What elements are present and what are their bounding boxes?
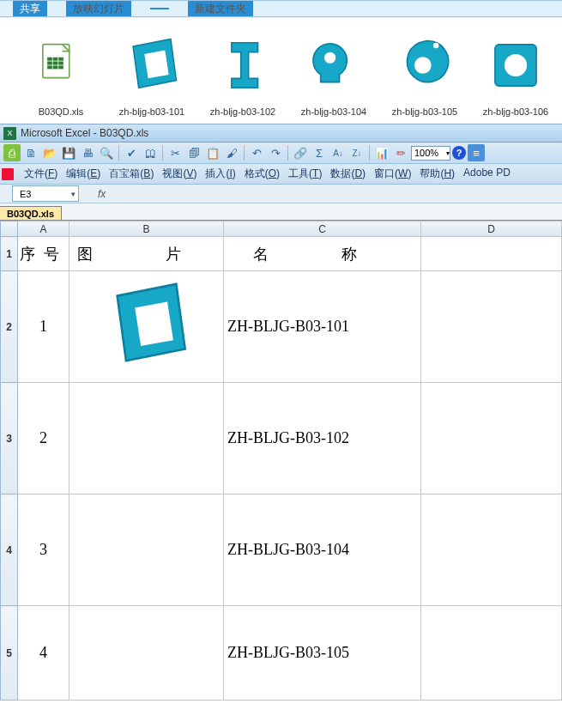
explorer-ribbon: 共享 放映幻灯片 新建文件夹 [0, 0, 562, 17]
toolbar-draw-icon[interactable]: ✏ [392, 144, 409, 161]
toolbar-sum-icon[interactable]: Σ [311, 144, 328, 161]
cell-D[interactable] [421, 494, 562, 606]
zoom-combo[interactable]: 100%▾ [411, 146, 450, 161]
start-icon[interactable] [2, 168, 14, 180]
xls-icon [15, 27, 106, 104]
share-tab[interactable]: 共享 [13, 1, 47, 17]
sheet-tab-strip: B03QD.xls [0, 203, 562, 221]
menu-item[interactable]: 工具(T) [288, 167, 322, 181]
toolbar-open-icon[interactable]: ⎙ [3, 144, 21, 161]
row-head-2[interactable]: 2 [1, 271, 18, 383]
col-head-D[interactable]: D [421, 221, 562, 237]
toolbar-paste-icon[interactable]: 📋 [204, 144, 221, 161]
toolbar-save-icon[interactable]: 💾 [60, 144, 77, 161]
col-head-B[interactable]: B [69, 221, 224, 237]
file-caption: B03QD.xls [15, 106, 106, 117]
file-caption: zh-bljg-b03-105 [379, 106, 470, 117]
part-uchan-icon [197, 27, 288, 104]
help-icon[interactable]: ? [452, 146, 466, 160]
menu-item[interactable]: 格式(O) [245, 167, 280, 181]
newfolder-button[interactable]: 新建文件夹 [188, 1, 253, 17]
cell-name[interactable]: ZH-BLJG-B03-105 [224, 606, 421, 701]
part-hook-icon [288, 27, 379, 104]
row-head-5[interactable]: 5 [1, 606, 18, 701]
excel-toolbar: ⎙ 🗎 📂 💾 🖶 🔍 ✔ 🕮 ✂ 🗐 📋 🖌 ↶ ↷ 🔗 Σ A↓ Z↓ 📊 … [0, 143, 562, 164]
cell-D[interactable] [421, 606, 562, 701]
menu-item[interactable]: 百宝箱(B) [109, 167, 154, 181]
toolbar-spell-icon[interactable]: ✔ [123, 144, 140, 161]
cell-seq[interactable]: 2 [18, 383, 69, 494]
menu-item[interactable]: 视图(V) [162, 167, 196, 181]
row-head-1[interactable]: 1 [1, 237, 18, 271]
menu-item[interactable]: 帮助(H) [420, 167, 455, 181]
cell-picture[interactable] [69, 494, 224, 606]
file-item[interactable]: zh-bljg-b03-101 [106, 27, 197, 117]
cell-seq[interactable]: 3 [18, 494, 69, 606]
toolbar-copy-icon[interactable]: 🗐 [185, 144, 202, 161]
part-plate-icon [106, 27, 197, 104]
toolbar-link-icon[interactable]: 🔗 [292, 144, 309, 161]
formula-bar: E3 fx [0, 185, 562, 203]
row-head-3[interactable]: 3 [1, 383, 18, 494]
toolbar-undo-icon[interactable]: ↶ [248, 144, 265, 161]
cell-name[interactable]: ZH-BLJG-B03-104 [224, 494, 421, 606]
toolbar-cut-icon[interactable]: ✂ [166, 144, 184, 161]
file-item[interactable]: zh-bljg-b03-106 [470, 27, 561, 117]
toolbar-extra-icon[interactable]: ≡ [468, 144, 485, 161]
header-name: 名 称 [224, 237, 421, 271]
sheet-tab-active[interactable]: B03QD.xls [0, 206, 62, 220]
header-seq: 序号 [18, 237, 69, 271]
cell-D[interactable] [421, 383, 562, 494]
cell-name[interactable]: ZH-BLJG-B03-102 [224, 383, 421, 494]
spreadsheet[interactable]: ABCD 1 序号 图 片 名 称 21ZH-BLJG-B03-10132ZH-… [0, 221, 562, 701]
toolbar-new-icon[interactable]: 🗎 [22, 144, 39, 161]
cell-D1[interactable] [421, 237, 562, 271]
menu-item[interactable]: 数据(D) [330, 167, 366, 181]
toolbar-research-icon[interactable]: 🕮 [142, 144, 159, 161]
cell-picture[interactable] [69, 271, 224, 383]
file-item[interactable]: B03QD.xls [15, 27, 106, 117]
table-row: 54ZH-BLJG-B03-105 [1, 606, 562, 701]
file-caption: zh-bljg-b03-104 [288, 106, 379, 117]
toolbar-open2-icon[interactable]: 📂 [41, 144, 58, 161]
menu-item[interactable]: 窗口(W) [374, 167, 411, 181]
cell-picture[interactable] [69, 383, 224, 494]
slideshow-button[interactable]: 放映幻灯片 [66, 1, 131, 17]
table-row: 21ZH-BLJG-B03-101 [1, 271, 562, 383]
menu-item[interactable]: 文件(F) [24, 167, 57, 181]
toolbar-sort-asc-icon[interactable]: A↓ [329, 144, 347, 161]
toolbar-print-icon[interactable]: 🖶 [79, 144, 96, 161]
cell-seq[interactable]: 4 [18, 606, 69, 701]
file-caption: zh-bljg-b03-101 [106, 106, 197, 117]
toolbar-preview-icon[interactable]: 🔍 [98, 144, 115, 161]
row-head-4[interactable]: 4 [1, 494, 18, 606]
name-box[interactable]: E3 [12, 185, 79, 202]
cell-picture[interactable] [69, 606, 224, 701]
cell-seq[interactable]: 1 [18, 271, 69, 383]
toolbar-format-icon[interactable]: 🖌 [223, 144, 240, 161]
col-head-A[interactable]: A [18, 221, 69, 237]
part-plate-icon [100, 278, 194, 373]
header-pic: 图 片 [69, 237, 224, 271]
file-item[interactable]: zh-bljg-b03-102 [197, 27, 288, 117]
col-head-C[interactable]: C [224, 221, 421, 237]
explorer-file-pane[interactable]: B03QD.xls zh-bljg-b03-101 zh-bljg-b03-10… [0, 17, 562, 124]
toolbar-chart-icon[interactable]: 📊 [373, 144, 390, 161]
excel-app-icon: X [3, 127, 16, 140]
toolbar-sort-desc-icon[interactable]: Z↓ [348, 144, 366, 161]
fx-label[interactable]: fx [98, 188, 106, 200]
table-row: 32ZH-BLJG-B03-102 [1, 383, 562, 494]
file-item[interactable]: zh-bljg-b03-105 [379, 27, 470, 117]
file-caption: zh-bljg-b03-102 [197, 106, 288, 117]
cell-D[interactable] [421, 271, 562, 383]
select-all-corner[interactable] [1, 221, 18, 237]
toolbar-redo-icon[interactable]: ↷ [267, 144, 284, 161]
menu-item[interactable]: 插入(I) [205, 167, 235, 181]
cell-name[interactable]: ZH-BLJG-B03-101 [224, 271, 421, 383]
excel-titlebar: X Microsoft Excel - B03QD.xls [0, 124, 562, 143]
menu-item[interactable]: Adobe PD [463, 167, 511, 181]
excel-title-text: Microsoft Excel - B03QD.xls [21, 127, 148, 139]
menu-item[interactable]: 编辑(E) [66, 167, 100, 181]
part-teard-icon [379, 27, 470, 104]
file-item[interactable]: zh-bljg-b03-104 [288, 27, 379, 117]
